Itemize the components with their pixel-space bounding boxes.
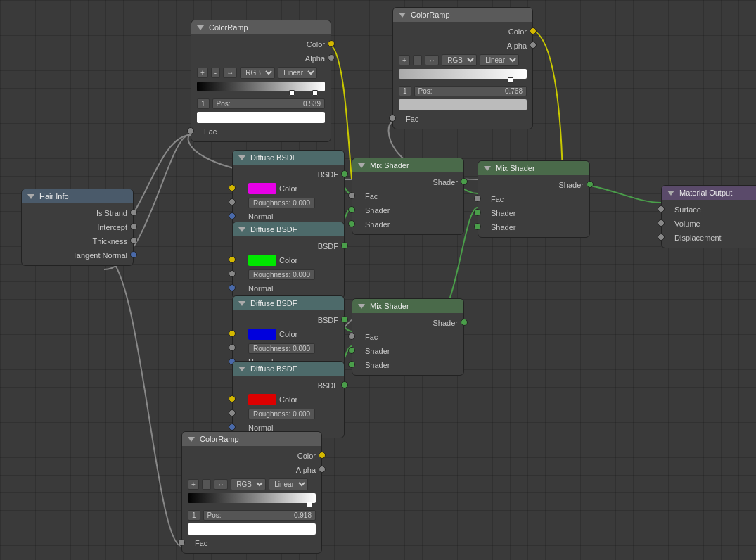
color-swatch-3[interactable] <box>248 329 276 340</box>
pos-field[interactable]: Pos: 0.918 <box>203 510 316 521</box>
diffuse-4-header[interactable]: Diffuse BSDF <box>233 362 344 376</box>
color-mode-select[interactable]: RGB <box>231 478 266 490</box>
interp-select[interactable]: Linear <box>480 54 519 66</box>
ramp-gradient-bar-bottom[interactable] <box>188 493 316 503</box>
shader1-label: Shader <box>365 347 390 355</box>
pos-label: Pos: <box>418 87 433 95</box>
pos-value: 0.539 <box>303 100 321 108</box>
color-swatch-4[interactable] <box>248 394 276 405</box>
swap-btn[interactable]: ↔ <box>425 55 439 65</box>
diffuse-3-header[interactable]: Diffuse BSDF <box>233 296 344 310</box>
mix-shader-2-header[interactable]: Mix Shader <box>478 161 589 175</box>
add-stop-btn[interactable]: + <box>188 479 199 490</box>
roughness-row: Roughness: 0.000 <box>233 341 344 355</box>
color-preview-bottom <box>188 523 316 535</box>
normal-socket <box>229 212 236 219</box>
color-in-row: Color <box>233 253 344 267</box>
roughness-socket <box>229 270 236 277</box>
diffuse-1-header[interactable]: Diffuse BSDF <box>233 151 344 165</box>
roughness-btn[interactable]: Roughness: 0.000 <box>248 343 315 354</box>
roughness-btn[interactable]: Roughness: 0.000 <box>248 198 315 208</box>
mix-shader-3-body: Shader Fac Shader Shader <box>352 313 463 375</box>
material-output-body: Surface Volume Displacement <box>662 200 756 248</box>
color-ramp-bottom-header[interactable]: ColorRamp <box>182 432 321 446</box>
collapse-icon <box>238 155 245 160</box>
alpha-out-label: Alpha <box>305 54 325 63</box>
normal-socket <box>229 424 236 431</box>
roughness-row: Roughness: 0.000 <box>233 267 344 281</box>
ramp-pos-row-bottom: 1 Pos: 0.918 <box>182 509 321 522</box>
diffuse-1-body: BSDF Color Roughness: 0.000 Normal <box>233 165 344 227</box>
fac-in-label: Fac <box>204 127 217 136</box>
remove-stop-btn[interactable]: - <box>413 55 422 65</box>
fac-label: Fac <box>365 333 378 341</box>
shader2-socket <box>348 361 355 368</box>
add-stop-btn[interactable]: + <box>399 55 410 65</box>
diffuse-2-body: BSDF Color Roughness: 0.000 Normal <box>233 236 344 298</box>
hair-info-title: Hair Info <box>39 192 69 201</box>
roughness-socket <box>229 198 236 205</box>
ramp-stop[interactable] <box>307 502 312 507</box>
diffuse-2-header[interactable]: Diffuse BSDF <box>233 222 344 236</box>
fac-label: Fac <box>491 195 504 203</box>
tangent-normal-row: Tangent Normal <box>22 248 133 262</box>
color-out-row: Color <box>191 37 331 51</box>
shader2-in-row: Shader <box>352 217 463 231</box>
interp-select[interactable]: Linear <box>269 478 308 490</box>
mix-shader-3-header[interactable]: Mix Shader <box>352 299 463 313</box>
shader-out-label: Shader <box>433 178 458 186</box>
pos-label: Pos: <box>217 100 231 108</box>
fac-in-row: Fac <box>182 536 321 550</box>
color-mode-select[interactable]: RGB <box>442 54 477 66</box>
collapse-icon <box>358 163 365 168</box>
bsdf-label: BSDF <box>318 381 338 390</box>
color-ramp-bottom-node: ColorRamp Color Alpha + - ↔ RGB Linear 1 <box>181 431 322 554</box>
ramp-gradient-bar-top[interactable] <box>399 69 527 79</box>
pos-value: 0.768 <box>505 87 523 95</box>
interp-select[interactable]: Linear <box>278 67 317 79</box>
ramp-stop[interactable] <box>289 90 295 96</box>
remove-stop-btn[interactable]: - <box>202 479 211 490</box>
bsdf-out-row: BSDF <box>233 378 344 393</box>
color-label: Color <box>279 184 297 193</box>
color-in-socket <box>229 256 236 263</box>
remove-stop-btn[interactable]: - <box>211 68 220 78</box>
pos-field[interactable]: Pos: 0.539 <box>212 98 325 109</box>
roughness-btn[interactable]: Roughness: 0.000 <box>248 409 315 419</box>
color-out-socket <box>328 40 335 47</box>
thickness-socket <box>130 237 137 244</box>
mix-shader-2-body: Shader Fac Shader Shader <box>478 175 589 237</box>
bsdf-out-socket <box>341 381 348 388</box>
roughness-btn[interactable]: Roughness: 0.000 <box>248 269 315 280</box>
color-out-row: Color <box>182 449 321 463</box>
color-ramp-1-header[interactable]: ColorRamp <box>191 20 331 34</box>
add-stop-btn[interactable]: + <box>197 68 208 78</box>
alpha-out-row: Alpha <box>191 51 331 65</box>
color-mode-select[interactable]: RGB <box>240 67 275 79</box>
collapse-icon <box>358 304 365 309</box>
mix-shader-1-node: Mix Shader Shader Fac Shader Shader <box>352 158 464 235</box>
ramp-pos-row-top: 1 Pos: 0.768 <box>393 84 532 98</box>
ramp-stop-2[interactable] <box>312 90 318 96</box>
mix-shader-3-node: Mix Shader Shader Fac Shader Shader <box>352 298 464 376</box>
hair-info-header[interactable]: Hair Info <box>22 189 133 203</box>
ramp-gradient-bar-1[interactable] <box>197 82 325 91</box>
color-in-row: Color <box>233 393 344 407</box>
bsdf-label: BSDF <box>318 316 338 324</box>
stop-index: 1 <box>399 86 411 96</box>
shader1-socket <box>474 209 481 216</box>
material-output-header[interactable]: Material Output <box>662 186 756 200</box>
tangent-normal-socket <box>130 251 137 258</box>
shader1-socket <box>348 206 355 213</box>
ramp-stop[interactable] <box>508 77 513 83</box>
swap-btn[interactable]: ↔ <box>214 479 228 490</box>
color-swatch-1[interactable] <box>248 183 276 194</box>
intercept-label: Intercept <box>97 223 127 231</box>
fac-in-socket <box>178 539 185 546</box>
swap-btn[interactable]: ↔ <box>223 68 237 78</box>
color-swatch-2[interactable] <box>248 255 276 266</box>
mix-shader-1-header[interactable]: Mix Shader <box>352 158 463 172</box>
color-ramp-top-header[interactable]: ColorRamp <box>393 8 532 22</box>
volume-label: Volume <box>674 219 700 228</box>
pos-field[interactable]: Pos: 0.768 <box>414 86 527 96</box>
